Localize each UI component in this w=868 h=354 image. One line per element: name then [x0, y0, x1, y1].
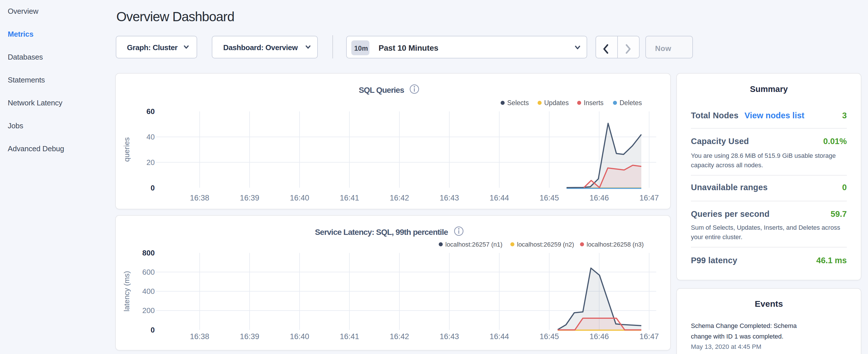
svg-text:600: 600 [143, 268, 155, 277]
svg-text:16:40: 16:40 [290, 332, 309, 341]
svg-text:Deletes: Deletes [620, 99, 642, 106]
svg-text:0: 0 [151, 184, 155, 192]
svg-text:localhost:26257 (n1): localhost:26257 (n1) [445, 241, 502, 248]
svg-text:16:41: 16:41 [340, 332, 359, 341]
svg-text:Inserts: Inserts [584, 99, 603, 106]
svg-text:16:38: 16:38 [190, 332, 210, 341]
svg-text:16:39: 16:39 [240, 194, 259, 202]
svg-text:localhost:26258 (n3): localhost:26258 (n3) [587, 241, 644, 248]
svg-text:latency (ms): latency (ms) [122, 271, 131, 312]
svg-text:16:39: 16:39 [240, 332, 259, 341]
svg-text:Updates: Updates [544, 99, 569, 106]
svg-text:200: 200 [143, 306, 155, 315]
svg-text:16:45: 16:45 [539, 332, 559, 341]
svg-text:16:40: 16:40 [290, 194, 309, 202]
svg-text:Service Latency: SQL, 99th per: Service Latency: SQL, 99th percentile [315, 228, 448, 236]
svg-text:16:38: 16:38 [190, 194, 210, 202]
svg-text:40: 40 [147, 133, 155, 141]
svg-text:20: 20 [147, 158, 155, 167]
svg-text:16:41: 16:41 [340, 194, 359, 202]
svg-text:16:45: 16:45 [539, 194, 559, 202]
svg-text:Selects: Selects [507, 99, 529, 106]
svg-text:16:43: 16:43 [440, 332, 459, 341]
svg-text:16:47: 16:47 [640, 194, 659, 202]
svg-text:16:47: 16:47 [640, 332, 659, 341]
svg-text:16:43: 16:43 [440, 194, 459, 202]
svg-text:16:42: 16:42 [390, 194, 409, 202]
svg-text:60: 60 [147, 107, 155, 116]
svg-text:16:42: 16:42 [390, 332, 409, 341]
svg-text:16:46: 16:46 [589, 194, 609, 202]
svg-text:400: 400 [143, 287, 155, 296]
svg-text:0: 0 [151, 326, 155, 334]
svg-text:800: 800 [143, 249, 155, 257]
svg-text:16:46: 16:46 [589, 332, 609, 341]
svg-text:16:44: 16:44 [490, 332, 509, 341]
svg-text:SQL Queries: SQL Queries [359, 86, 404, 95]
svg-text:localhost:26259 (n2): localhost:26259 (n2) [517, 241, 574, 248]
svg-text:queries: queries [122, 137, 131, 162]
svg-text:16:44: 16:44 [490, 194, 509, 202]
